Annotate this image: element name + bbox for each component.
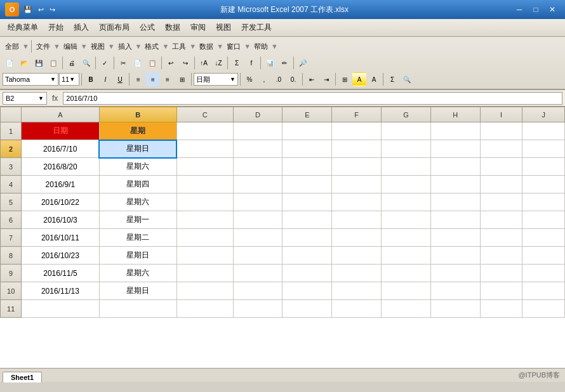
cell-c8[interactable] — [176, 247, 233, 265]
sum-btn[interactable]: Σ — [230, 56, 244, 70]
cell-j5[interactable] — [522, 193, 565, 211]
italic-btn[interactable]: I — [98, 72, 112, 86]
cell-b8[interactable]: 星期日 — [99, 247, 176, 265]
sort-desc-btn[interactable]: ↓Z — [211, 56, 225, 70]
cell-b7[interactable]: 星期二 — [99, 229, 176, 247]
cell-d4[interactable] — [233, 176, 282, 193]
zoom-btn[interactable]: 🔎 — [296, 56, 310, 70]
cell-j11[interactable] — [522, 300, 565, 318]
redo-btn[interactable]: ↪ — [178, 56, 192, 70]
cell-b2[interactable]: 星期日 — [99, 140, 176, 158]
menu-developer[interactable]: 开发工具 — [236, 20, 277, 35]
save-as-btn[interactable]: 📋 — [46, 56, 60, 70]
menu-page-layout[interactable]: 页面布局 — [94, 20, 135, 35]
cell-c11[interactable] — [176, 300, 233, 318]
cell-f11[interactable] — [332, 300, 382, 318]
cell-f8[interactable] — [332, 247, 382, 265]
cell-a7[interactable]: 2016/10/11 — [22, 229, 99, 247]
cell-d3[interactable] — [233, 158, 282, 176]
edit-menu[interactable]: 编辑 — [61, 41, 80, 52]
cell-g11[interactable] — [382, 300, 431, 318]
cell-f10[interactable] — [332, 282, 382, 300]
cell-e10[interactable] — [282, 282, 332, 300]
cell-f6[interactable] — [332, 211, 382, 229]
cell-h7[interactable] — [430, 229, 480, 247]
col-header-e[interactable]: E — [282, 107, 332, 122]
cell-i4[interactable] — [480, 176, 522, 193]
cell-i9[interactable] — [480, 265, 522, 282]
cell-a11[interactable] — [22, 300, 99, 318]
window-menu[interactable]: 窗口 — [224, 41, 243, 52]
col-header-h[interactable]: H — [430, 107, 480, 122]
cell-e5[interactable] — [282, 193, 332, 211]
cell-e7[interactable] — [282, 229, 332, 247]
format-type-dropdown[interactable]: 日期 ▼ — [194, 73, 238, 86]
sort-asc-btn[interactable]: ↑A — [197, 56, 211, 70]
cell-g3[interactable] — [382, 158, 431, 176]
cell-i8[interactable] — [480, 247, 522, 265]
col-header-j[interactable]: J — [522, 107, 565, 122]
cell-d5[interactable] — [233, 193, 282, 211]
cell-g6[interactable] — [382, 211, 431, 229]
cell-e2[interactable] — [282, 140, 332, 158]
cell-d7[interactable] — [233, 229, 282, 247]
redo-quick-btn[interactable]: ↪ — [48, 5, 57, 15]
cell-e8[interactable] — [282, 247, 332, 265]
cell-e3[interactable] — [282, 158, 332, 176]
undo-quick-btn[interactable]: ↩ — [36, 5, 46, 15]
border-btn[interactable]: ⊞ — [338, 72, 352, 86]
cell-h11[interactable] — [430, 300, 480, 318]
percent-btn[interactable]: % — [243, 72, 256, 86]
cell-b4[interactable]: 星期四 — [99, 176, 176, 193]
all-menu[interactable]: 全部 — [3, 41, 22, 52]
print-btn[interactable]: 🖨 — [65, 56, 79, 70]
cell-f3[interactable] — [332, 158, 382, 176]
menu-formula[interactable]: 公式 — [135, 20, 160, 35]
cell-g4[interactable] — [382, 176, 431, 193]
cell-c10[interactable] — [176, 282, 233, 300]
open-btn[interactable]: 📂 — [17, 56, 31, 70]
cell-h2[interactable] — [430, 140, 480, 158]
font-color-btn[interactable]: A — [367, 72, 381, 86]
font-size-box[interactable]: 11 ▼ — [59, 73, 79, 86]
cell-d11[interactable] — [233, 300, 282, 318]
font-name-box[interactable]: Tahoma ▼ — [3, 73, 58, 86]
merge-btn[interactable]: ⊞ — [175, 72, 189, 86]
align-right-btn[interactable]: ≡ — [161, 72, 175, 86]
fill-color-btn[interactable]: A — [352, 72, 366, 86]
cell-c6[interactable] — [176, 211, 233, 229]
menu-start[interactable]: 开始 — [43, 20, 69, 35]
cell-b10[interactable]: 星期日 — [99, 282, 176, 300]
cell-g9[interactable] — [382, 265, 431, 282]
preview-btn[interactable]: 🔍 — [79, 56, 93, 70]
cell-g7[interactable] — [382, 229, 431, 247]
cell-h9[interactable] — [430, 265, 480, 282]
cell-g8[interactable] — [382, 247, 431, 265]
maximize-button[interactable]: □ — [528, 3, 543, 16]
cell-j4[interactable] — [522, 176, 565, 193]
cell-h3[interactable] — [430, 158, 480, 176]
minimize-button[interactable]: ─ — [512, 3, 527, 16]
menu-classic[interactable]: 经典菜单 — [3, 20, 43, 35]
cell-a1[interactable]: 日期 — [22, 122, 99, 140]
spell-btn[interactable]: ✓ — [98, 56, 112, 70]
cell-i10[interactable] — [480, 282, 522, 300]
cell-f5[interactable] — [332, 193, 382, 211]
menu-insert[interactable]: 插入 — [69, 20, 94, 35]
cell-h4[interactable] — [430, 176, 480, 193]
cell-h8[interactable] — [430, 247, 480, 265]
cell-c2[interactable] — [176, 140, 233, 158]
cell-e6[interactable] — [282, 211, 332, 229]
col-header-a[interactable]: A — [22, 107, 99, 122]
chart-btn[interactable]: 📊 — [263, 56, 277, 70]
cell-c7[interactable] — [176, 229, 233, 247]
cell-b9[interactable]: 星期六 — [99, 265, 176, 282]
cell-c9[interactable] — [176, 265, 233, 282]
cell-a6[interactable]: 2016/10/3 — [22, 211, 99, 229]
cell-c4[interactable] — [176, 176, 233, 193]
cell-b1[interactable]: 星期 — [99, 122, 176, 140]
cell-a4[interactable]: 2016/9/1 — [22, 176, 99, 193]
save-quick-btn[interactable]: 💾 — [22, 5, 34, 15]
cell-b11[interactable] — [99, 300, 176, 318]
cell-g10[interactable] — [382, 282, 431, 300]
